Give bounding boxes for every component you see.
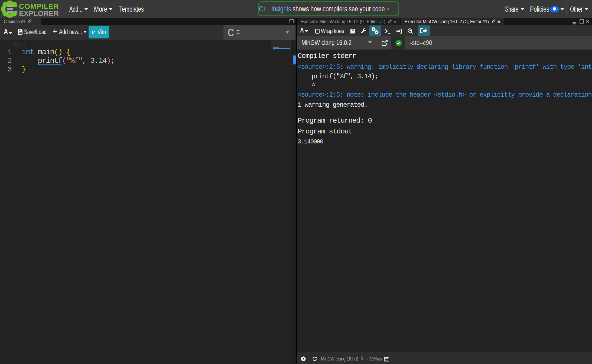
svg-text:EXPLORER: EXPLORER (19, 9, 59, 18)
